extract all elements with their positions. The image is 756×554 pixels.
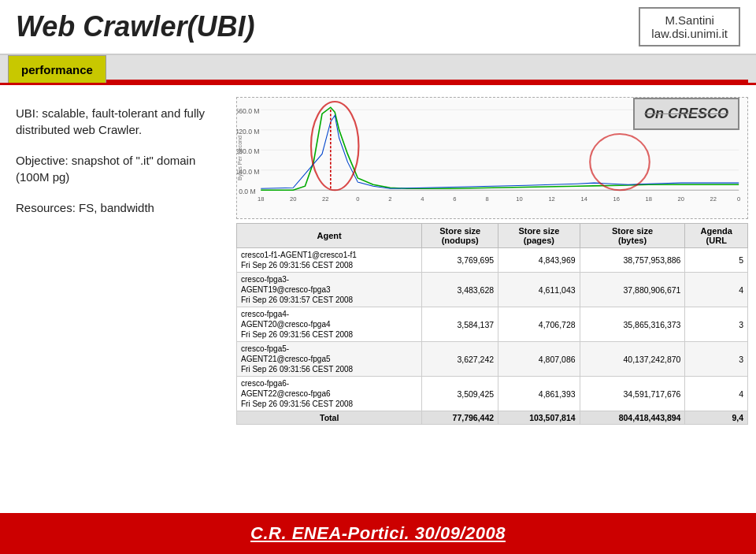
cell-bytes: 40,137,242,870 [580, 342, 685, 377]
svg-text:20: 20 [678, 195, 684, 203]
objective-text: Objective: snapshot of ".it" domain (100… [16, 152, 213, 185]
page-title: Web Crawler(UBI) [16, 10, 254, 43]
cell-pages: 4,807,086 [498, 342, 580, 377]
cell-pages: 4,861,393 [498, 377, 580, 411]
cell-pages: 4,843,969 [498, 248, 580, 273]
cell-agent: cresco1-f1-AGENT1@cresco1-f1Fri Sep 26 0… [237, 248, 422, 273]
cell-pages: 4,611,043 [498, 273, 580, 307]
resources-text: Resources: FS, bandwidth [16, 199, 213, 216]
cell-agenda: 4 [685, 377, 748, 411]
footer-bytes: 804,418,443,894 [580, 411, 685, 425]
svg-text:8: 8 [485, 195, 488, 203]
page-footer: C.R. ENEA-Portici. 30/09/2008 [0, 513, 756, 554]
svg-text:Bytes Per Second: Bytes Per Second [237, 136, 244, 180]
cell-nodups: 3,483,628 [422, 273, 498, 307]
cell-nodups: 3,509,425 [422, 377, 498, 411]
page-header: Web Crawler(UBI) M.Santini law.dsi.unimi… [0, 0, 756, 55]
performance-table: Agent Store size(nodups) Store size(page… [236, 223, 748, 425]
svg-text:0.0 M: 0.0 M [239, 188, 256, 196]
svg-text:0: 0 [356, 195, 359, 203]
description-text1: UBI: scalable, fault-tolerant and fully … [16, 105, 213, 138]
author-box: M.Santini law.dsi.unimi.it [639, 7, 740, 46]
cell-bytes: 34,591,717,676 [580, 377, 685, 411]
col-agent: Agent [237, 224, 422, 248]
svg-text:420.0 M: 420.0 M [237, 128, 260, 136]
footer-agenda: 9,4 [685, 411, 748, 425]
footer-text: C.R. ENEA-Portici. 30/09/2008 [250, 523, 506, 544]
cell-nodups: 3,627,242 [422, 342, 498, 377]
svg-text:14: 14 [580, 195, 587, 203]
svg-text:12: 12 [548, 195, 554, 203]
cell-agent: cresco-fpga5-AGENT21@cresco-fpga5Fri Sep… [237, 342, 422, 377]
cell-agent: cresco-fpga3-AGENT19@cresco-fpga3Fri Sep… [237, 273, 422, 307]
col-store-pages: Store size(pages) [498, 224, 580, 248]
svg-text:22: 22 [322, 195, 328, 203]
svg-text:20: 20 [290, 195, 296, 203]
cell-nodups: 3,769,695 [422, 248, 498, 273]
svg-text:10: 10 [516, 195, 522, 203]
on-cresco-label: On CRESCO [633, 98, 739, 130]
col-store-bytes: Store size(bytes) [580, 224, 685, 248]
svg-point-30 [590, 134, 650, 190]
cell-bytes: 35,865,316,373 [580, 307, 685, 342]
footer-pages: 103,507,814 [498, 411, 580, 425]
footer-nodups: 77,796,442 [422, 411, 498, 425]
svg-text:18: 18 [258, 195, 264, 203]
svg-text:560.0 M: 560.0 M [237, 108, 260, 116]
svg-text:18: 18 [646, 195, 652, 203]
cell-bytes: 38,757,953,886 [580, 248, 685, 273]
author-line1: M.Santini [651, 13, 728, 27]
table-row: cresco-fpga3-AGENT19@cresco-fpga3Fri Sep… [237, 273, 748, 307]
cell-agenda: 3 [685, 342, 748, 377]
cell-agenda: 4 [685, 273, 748, 307]
cell-pages: 4,706,728 [498, 307, 580, 342]
chart-area: 560.0 M 420.0 M 280.0 M 140.0 M 0.0 M By… [236, 97, 748, 219]
svg-text:4: 4 [421, 195, 424, 203]
svg-text:22: 22 [710, 195, 717, 203]
table-row: cresco-fpga4-AGENT20@cresco-fpga4Fri Sep… [237, 307, 748, 342]
cell-agenda: 3 [685, 307, 748, 342]
svg-text:2: 2 [388, 195, 391, 203]
svg-text:16: 16 [613, 195, 619, 203]
main-content: UBI: scalable, fault-tolerant and fully … [0, 85, 756, 513]
footer-label: Total [237, 411, 422, 425]
cell-agenda: 5 [685, 248, 748, 273]
table-row: cresco-fpga6-AGENT22@cresco-fpga6Fri Sep… [237, 377, 748, 411]
cell-agent: cresco-fpga4-AGENT20@cresco-fpga4Fri Sep… [237, 307, 422, 342]
table-row: cresco1-f1-AGENT1@cresco1-f1Fri Sep 26 0… [237, 248, 748, 273]
col-agenda: Agenda(URL [685, 224, 748, 248]
right-panel: 560.0 M 420.0 M 280.0 M 140.0 M 0.0 M By… [228, 93, 756, 505]
tab-bar: performance [0, 55, 756, 85]
svg-text:6: 6 [453, 195, 456, 203]
left-panel: UBI: scalable, fault-tolerant and fully … [0, 93, 228, 505]
tab-performance[interactable]: performance [8, 55, 106, 83]
author-line2: law.dsi.unimi.it [651, 27, 728, 40]
col-store-nodups: Store size(nodups) [422, 224, 498, 248]
cell-bytes: 37,880,906,671 [580, 273, 685, 307]
cell-agent: cresco-fpga6-AGENT22@cresco-fpga6Fri Sep… [237, 377, 422, 411]
cell-nodups: 3,584,137 [422, 307, 498, 342]
svg-text:0: 0 [737, 195, 740, 203]
table-row: cresco-fpga5-AGENT21@cresco-fpga5Fri Sep… [237, 342, 748, 377]
